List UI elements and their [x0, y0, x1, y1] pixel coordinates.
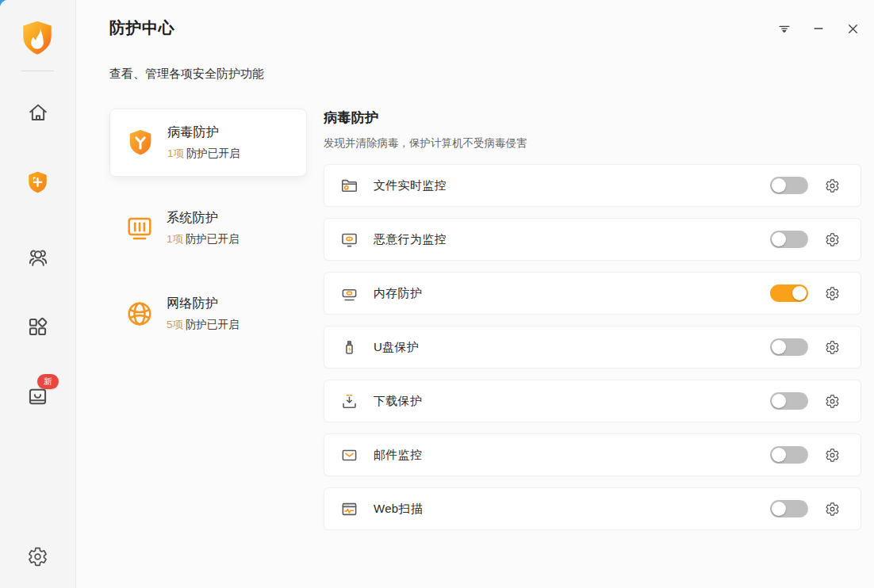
protection-row-label: U盘保护	[374, 340, 419, 355]
behavior-monitor-icon	[339, 230, 359, 250]
toggle-switch[interactable]	[770, 177, 808, 194]
home-icon	[26, 101, 50, 124]
category-count: 5项	[167, 319, 183, 330]
new-badge: 新	[37, 374, 59, 389]
panel-description: 发现并清除病毒，保护计算机不受病毒侵害	[324, 136, 861, 151]
system-protection-icon	[125, 213, 155, 243]
settings-gear-icon[interactable]	[825, 394, 840, 409]
detail-panel: 病毒防护 发现并清除病毒，保护计算机不受病毒侵害 文件实时监控 恶意行为监控 内…	[324, 109, 861, 530]
settings-gear-icon[interactable]	[825, 286, 840, 301]
category-title: 网络防护	[167, 296, 240, 312]
category-status: 1项防护已开启	[167, 147, 240, 161]
sidebar-item-toolbox[interactable]: 新	[0, 384, 75, 409]
protection-rows: 文件实时监控 恶意行为监控 内存防护 U盘保护 下载保护 邮件监控 Web扫描	[324, 164, 861, 530]
toggle-switch[interactable]	[770, 338, 808, 356]
protection-row-label: 邮件监控	[374, 448, 422, 463]
page-subtitle: 查看、管理各项安全防护功能	[109, 67, 264, 82]
protection-row: U盘保护	[324, 326, 861, 368]
protection-row: 邮件监控	[324, 433, 861, 476]
category-status: 5项防护已开启	[167, 318, 240, 332]
toggle-switch[interactable]	[770, 284, 808, 302]
toggle-switch[interactable]	[770, 500, 808, 517]
sidebar-divider	[21, 71, 54, 71]
shield-plus-icon	[25, 170, 51, 196]
toolbox-icon: 新	[25, 384, 50, 409]
toggle-switch[interactable]	[770, 392, 808, 410]
sidebar-item-community[interactable]	[0, 245, 75, 270]
main-menu-button[interactable]	[772, 20, 796, 40]
category-title: 病毒防护	[167, 124, 240, 141]
settings-gear-icon[interactable]	[825, 340, 840, 355]
settings-gear-icon[interactable]	[825, 232, 840, 247]
close-icon	[845, 21, 861, 40]
usb-protect-icon	[339, 338, 359, 357]
web-scan-icon	[339, 499, 359, 519]
gear-icon	[27, 546, 48, 567]
category-status: 1项防护已开启	[167, 232, 240, 246]
protection-row-label: 文件实时监控	[374, 178, 447, 193]
toggle-switch[interactable]	[770, 231, 808, 248]
protection-row-label: 内存防护	[374, 286, 422, 301]
settings-gear-icon[interactable]	[825, 178, 840, 193]
users-icon	[25, 245, 51, 270]
toggle-switch[interactable]	[770, 446, 808, 464]
category-item-3[interactable]: 网络防护 5项防护已开启	[109, 280, 307, 348]
panel-title: 病毒防护	[324, 109, 861, 127]
category-list: 病毒防护 1项防护已开启 系统防护 1项防护已开启 网络防护 5项防护已开启	[109, 109, 307, 348]
main-area: 防护中心 查看、管理各项安全防护功能 病毒防护 1项防护已开启 系统防护 1项防…	[76, 0, 874, 588]
settings-gear-icon[interactable]	[825, 448, 840, 463]
protection-row-label: 下载保护	[374, 394, 422, 409]
category-item-2[interactable]: 系统防护 1项防护已开启	[109, 194, 307, 262]
sidebar-item-home[interactable]	[0, 101, 75, 124]
protection-row: 文件实时监控	[324, 164, 861, 207]
protection-row-label: 恶意行为监控	[374, 232, 447, 247]
minimize-button[interactable]	[807, 20, 830, 40]
network-protection-icon	[125, 299, 155, 329]
protection-row: Web扫描	[324, 487, 861, 530]
app-logo	[17, 18, 57, 58]
sidebar-item-settings[interactable]	[0, 546, 75, 567]
protection-row-label: Web扫描	[374, 502, 423, 517]
sidebar-item-protection[interactable]	[0, 170, 75, 196]
apps-icon	[25, 315, 50, 339]
main-menu-icon	[777, 21, 792, 39]
category-count: 1项	[167, 233, 183, 245]
memory-protect-icon	[339, 284, 359, 304]
protection-row: 下载保护	[324, 380, 861, 422]
category-item-1[interactable]: 病毒防护 1项防护已开启	[109, 109, 307, 177]
category-count: 1项	[167, 147, 184, 159]
sidebar-item-tools[interactable]	[0, 315, 75, 339]
category-title: 系统防护	[167, 210, 240, 227]
app-window: 新 防护中心 查看、管理各项安全防护功能 病毒防护 1项防护已开启 系统防护 1…	[0, 0, 874, 588]
sidebar: 新	[0, 0, 76, 588]
page-title: 防护中心	[109, 17, 174, 39]
mail-monitor-icon	[339, 445, 359, 465]
download-protect-icon	[339, 391, 359, 411]
protection-row: 恶意行为监控	[324, 218, 861, 261]
minimize-icon	[811, 21, 826, 39]
file-monitor-icon	[339, 176, 359, 196]
settings-gear-icon[interactable]	[825, 502, 840, 517]
protection-row: 内存防护	[324, 272, 861, 315]
close-button[interactable]	[841, 20, 864, 40]
virus-protection-icon	[125, 128, 155, 158]
window-controls	[772, 20, 864, 40]
